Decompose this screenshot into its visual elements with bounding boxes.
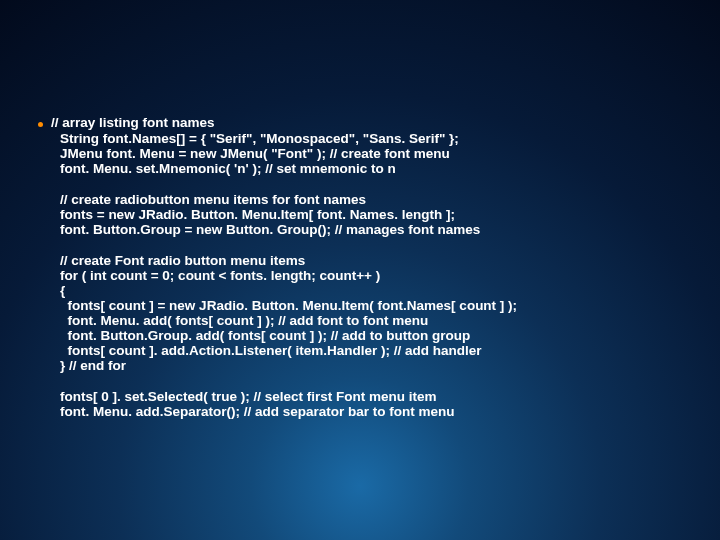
code-text: } // end for bbox=[60, 358, 700, 373]
code-text: font. Button.Group. add( fonts[ count ] … bbox=[60, 328, 700, 343]
code-text: JMenu font. Menu = new JMenu( "Font" ); … bbox=[60, 146, 700, 161]
code-text: font. Button.Group = new Button. Group()… bbox=[60, 222, 700, 237]
code-text: // create radiobutton menu items for fon… bbox=[60, 192, 700, 207]
code-text: fonts[ 0 ]. set.Selected( true ); // sel… bbox=[60, 389, 700, 404]
code-text: fonts[ count ]. add.Action.Listener( ite… bbox=[60, 343, 700, 358]
code-text: font. Menu. set.Mnemonic( 'n' ); // set … bbox=[60, 161, 700, 176]
code-block-1: // array listing font names String font.… bbox=[38, 115, 700, 176]
code-text: String font.Names[] = { "Serif", "Monosp… bbox=[60, 131, 700, 146]
slide: // array listing font names String font.… bbox=[0, 0, 720, 540]
code-block-4: fonts[ 0 ]. set.Selected( true ); // sel… bbox=[38, 389, 700, 419]
code-block-3: // create Font radio button menu items f… bbox=[38, 253, 700, 373]
bullet-icon bbox=[38, 122, 43, 127]
code-text: font. Menu. add( fonts[ count ] ); // ad… bbox=[60, 313, 700, 328]
code-line: // array listing font names bbox=[38, 115, 700, 131]
code-text: { bbox=[60, 283, 700, 298]
code-text: // array listing font names bbox=[51, 115, 215, 131]
code-text: font. Menu. add.Separator(); // add sepa… bbox=[60, 404, 700, 419]
code-text: fonts = new JRadio. Button. Menu.Item[ f… bbox=[60, 207, 700, 222]
code-text: for ( int count = 0; count < fonts. leng… bbox=[60, 268, 700, 283]
code-block-2: // create radiobutton menu items for fon… bbox=[38, 192, 700, 237]
code-text: fonts[ count ] = new JRadio. Button. Men… bbox=[60, 298, 700, 313]
code-text: // create Font radio button menu items bbox=[60, 253, 700, 268]
